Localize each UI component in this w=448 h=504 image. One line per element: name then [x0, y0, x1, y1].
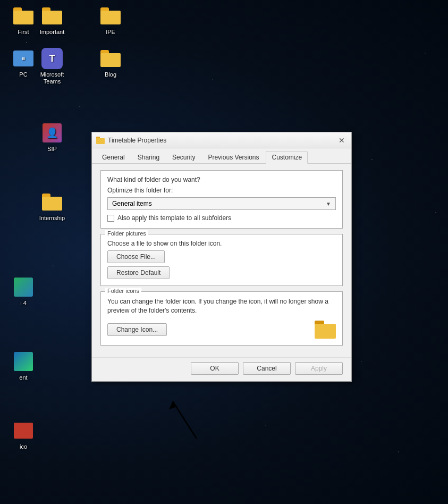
- desktop-icon-teams[interactable]: T Microsoft Teams: [31, 45, 73, 88]
- desktop-icon-ent[interactable]: ent: [2, 348, 45, 384]
- icon-label-internship: Internship: [39, 215, 65, 222]
- desktop-icon-ico[interactable]: ico: [2, 417, 45, 453]
- section-folder-type: What kind of folder do you want? Optimiz…: [100, 170, 343, 229]
- desktop-icon-important[interactable]: Important: [31, 2, 73, 39]
- folder-pictures-description: Choose a file to show on this folder ico…: [107, 240, 336, 247]
- desktop-icon-sip[interactable]: 👤 SIP: [31, 119, 73, 156]
- dialog-close-button[interactable]: ✕: [336, 135, 347, 146]
- icon-label-i4: i 4: [20, 300, 27, 307]
- desktop-icon-ipe[interactable]: IPE: [89, 2, 132, 39]
- desktop-icon-internship[interactable]: Internship: [31, 188, 73, 225]
- change-icon-button[interactable]: Change Icon...: [107, 323, 167, 336]
- icon-label-blog: Blog: [105, 71, 116, 78]
- dialog-title-area: Timetable Properties: [96, 137, 166, 144]
- sip-photo-icon: 👤: [43, 123, 62, 142]
- ok-button[interactable]: OK: [191, 362, 239, 375]
- dialog-titlebar: Timetable Properties ✕: [92, 132, 351, 148]
- icon-label-ipe: IPE: [106, 29, 115, 36]
- dialog-folder-icon: [96, 137, 105, 144]
- icon-label-teams: Microsoft Teams: [33, 71, 71, 85]
- optimize-label: Optimize this folder for:: [107, 187, 336, 194]
- red-rect-ico-icon: [14, 423, 33, 439]
- choose-file-button[interactable]: Choose File...: [107, 250, 165, 263]
- teams-app-icon: T: [41, 48, 63, 69]
- desktop-icon-blog[interactable]: Blog: [89, 45, 132, 81]
- subfolders-label: Also apply this template to all subfolde…: [117, 214, 231, 222]
- tab-general[interactable]: General: [96, 151, 131, 164]
- dialog-footer: OK Cancel Apply: [92, 357, 351, 381]
- folder-icon-ipe: [100, 7, 121, 24]
- folder-icon-internship: [42, 194, 62, 211]
- icon-label-ico: ico: [20, 443, 27, 450]
- subfolders-checkbox-row: Also apply this template to all subfolde…: [107, 214, 336, 222]
- dropdown-value: General items: [112, 200, 152, 207]
- tab-customize[interactable]: Customize: [266, 151, 308, 164]
- icon-label-pc: PC: [19, 71, 27, 78]
- tab-sharing[interactable]: Sharing: [132, 151, 165, 164]
- subfolders-checkbox[interactable]: [107, 215, 114, 222]
- folder-icons-section-label: Folder icons: [105, 288, 141, 294]
- section-folder-pictures: Folder pictures Choose a file to show on…: [100, 234, 343, 286]
- section-folder-icons: Folder icons You can change the folder i…: [100, 291, 343, 346]
- properties-dialog: Timetable Properties ✕ General Sharing S…: [91, 132, 352, 382]
- restore-default-button[interactable]: Restore Default: [107, 266, 170, 279]
- folder-icon-large-preview: [315, 321, 336, 339]
- dialog-customize-content: What kind of folder do you want? Optimiz…: [92, 164, 351, 357]
- folder-icon-blog: [100, 50, 121, 67]
- icon-label-sip: SIP: [47, 146, 57, 153]
- icon-label-important: Important: [40, 29, 64, 36]
- dialog-title-text: Timetable Properties: [108, 137, 166, 144]
- dialog-tabs: General Sharing Security Previous Versio…: [92, 148, 351, 164]
- icon-label-ent: ent: [19, 374, 27, 381]
- apply-button[interactable]: Apply: [295, 362, 343, 375]
- icon-label-first: First: [18, 29, 29, 36]
- app-i4-icon: [14, 278, 33, 297]
- section-question-text: What kind of folder do you want?: [107, 176, 336, 183]
- dropdown-arrow-icon: ▼: [326, 201, 331, 207]
- folder-icon-important: [42, 7, 62, 24]
- folder-type-dropdown[interactable]: General items ▼: [107, 197, 336, 210]
- folder-pictures-section-label: Folder pictures: [105, 230, 148, 237]
- app-ent-icon: [14, 352, 33, 371]
- tab-previous-versions[interactable]: Previous Versions: [202, 151, 265, 164]
- cancel-button[interactable]: Cancel: [243, 362, 291, 375]
- desktop-icon-i4[interactable]: i 4: [2, 273, 45, 310]
- folder-icons-description: You can change the folder icon. If you c…: [107, 297, 336, 315]
- change-icon-row: Change Icon...: [107, 321, 336, 339]
- tab-security[interactable]: Security: [166, 151, 201, 164]
